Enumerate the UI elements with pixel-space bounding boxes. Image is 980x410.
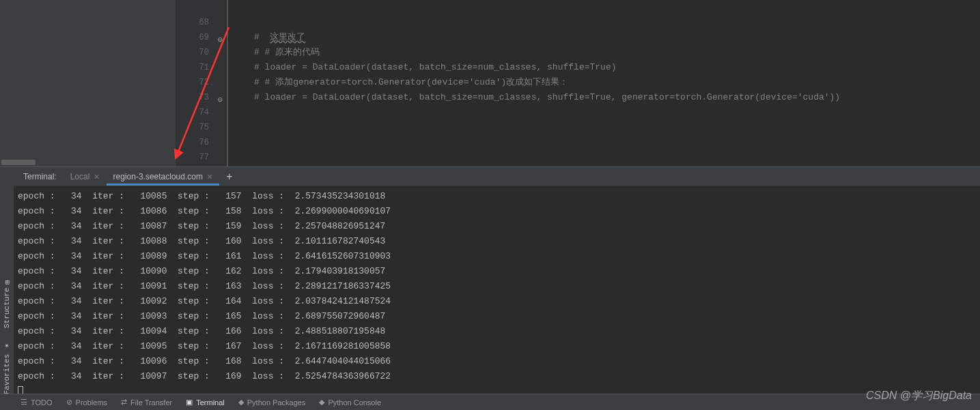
scrollbar[interactable]: [1, 160, 36, 165]
terminal-row: epoch : 34 iter : 10096 step : 168 loss …: [18, 354, 980, 369]
side-tab-label: Structure: [3, 287, 11, 327]
gutter-line: 74: [176, 105, 225, 120]
bottom-item-icon: ⊘: [66, 398, 72, 407]
side-tab-structure[interactable]: Structure⊞: [0, 273, 14, 335]
bottom-item-python-packages[interactable]: ◆Python Packages: [238, 398, 306, 407]
close-icon[interactable]: ×: [207, 171, 212, 182]
gutter-line: 75: [176, 120, 225, 135]
code-line[interactable]: # loader = DataLoader(dataset, batch_siz…: [254, 90, 980, 105]
terminal-tab-label: region-3.seetacloud.com: [113, 172, 203, 181]
code-line[interactable]: [254, 105, 980, 120]
bottom-item-label: Python Console: [328, 398, 381, 407]
fold-icon[interactable]: ⊖: [214, 93, 223, 101]
terminal-row: epoch : 34 iter : 10086 step : 158 loss …: [18, 204, 980, 219]
bottom-item-label: Problems: [76, 398, 107, 407]
bottom-item-icon: ▣: [186, 398, 193, 407]
bottom-item-label: TODO: [31, 398, 53, 407]
gutter-line: 68: [176, 15, 225, 30]
gutter-line: [176, 0, 225, 15]
gutter: 6869⊖70717273⊖74757677: [176, 0, 225, 166]
gutter-line: 77: [176, 150, 225, 165]
code-line[interactable]: [254, 135, 980, 150]
close-icon[interactable]: ×: [94, 171, 99, 182]
bottom-item-label: File Transfer: [130, 398, 172, 407]
terminal-row: epoch : 34 iter : 10090 step : 162 loss …: [18, 264, 980, 279]
side-tab-label: Favorites: [3, 354, 11, 394]
bottom-item-label: Terminal: [196, 398, 225, 407]
bottom-item-icon: ◆: [319, 398, 324, 407]
bottom-item-todo[interactable]: ☰TODO: [20, 398, 53, 407]
code-line[interactable]: # # 原来的代码: [254, 45, 980, 60]
code-line[interactable]: [254, 120, 980, 135]
terminal-add-button[interactable]: +: [219, 171, 239, 183]
side-tab-favorites[interactable]: Favorites★: [0, 335, 14, 401]
code-line[interactable]: # loader = DataLoader(dataset, batch_siz…: [254, 60, 980, 75]
code-line[interactable]: [254, 15, 980, 30]
bottom-item-icon: ☰: [20, 398, 27, 407]
terminal-panel: Structure⊞Favorites★ Terminal: Local×reg…: [0, 166, 980, 408]
terminal-row: epoch : 34 iter : 10088 step : 160 loss …: [18, 234, 980, 249]
gutter-line: 73⊖: [176, 90, 225, 105]
bottom-item-terminal[interactable]: ▣Terminal: [186, 398, 225, 407]
bottom-item-icon: ◆: [238, 398, 244, 407]
terminal-row: epoch : 34 iter : 10093 step : 165 loss …: [18, 309, 980, 324]
project-panel: [0, 0, 176, 166]
side-tabs: Structure⊞Favorites★: [0, 167, 14, 408]
terminal-row: epoch : 34 iter : 10095 step : 167 loss …: [18, 339, 980, 354]
terminal-output[interactable]: epoch : 34 iter : 10085 step : 157 loss …: [14, 186, 980, 399]
gutter-line: 69⊖: [176, 30, 225, 45]
bottom-item-python-console[interactable]: ◆Python Console: [319, 398, 381, 407]
gutter-line: 70: [176, 45, 225, 60]
terminal-row: epoch : 34 iter : 10087 step : 159 loss …: [18, 219, 980, 234]
terminal-main: Terminal: Local×region-3.seetacloud.com×…: [14, 167, 980, 408]
star-icon: ★: [3, 342, 12, 351]
code-line[interactable]: [254, 0, 980, 15]
bottom-toolbar: ☰TODO⊘Problems⇄File Transfer▣Terminal◆Py…: [0, 394, 980, 410]
gutter-line: 72: [176, 75, 225, 90]
terminal-tab[interactable]: region-3.seetacloud.com×: [107, 168, 220, 186]
terminal-row: epoch : 34 iter : 10091 step : 163 loss …: [18, 279, 980, 294]
code-line[interactable]: # # 添加generator=torch.Generator(device='…: [254, 75, 980, 90]
fold-icon[interactable]: ⊖: [214, 33, 223, 41]
bottom-item-file-transfer[interactable]: ⇄File Transfer: [121, 398, 172, 407]
terminal-row: epoch : 34 iter : 10094 step : 166 loss …: [18, 324, 980, 339]
terminal-tab[interactable]: Local×: [64, 168, 107, 186]
terminal-tabbar: Terminal: Local×region-3.seetacloud.com×…: [14, 167, 980, 186]
code-line[interactable]: [254, 150, 980, 165]
terminal-row: epoch : 34 iter : 10092 step : 164 loss …: [18, 294, 980, 309]
gutter-line: 76: [176, 135, 225, 150]
editor-wrapper: 6869⊖70717273⊖74757677 # 这里改了# # 原来的代码# …: [176, 0, 980, 166]
editor-area: 6869⊖70717273⊖74757677 # 这里改了# # 原来的代码# …: [0, 0, 980, 166]
gutter-line: 71: [176, 60, 225, 75]
bottom-item-label: Python Packages: [247, 398, 306, 407]
code-line[interactable]: # 这里改了: [254, 30, 980, 45]
bottom-item-icon: ⇄: [121, 398, 127, 407]
terminal-tab-label: Local: [70, 172, 90, 181]
bottom-item-problems[interactable]: ⊘Problems: [66, 398, 107, 407]
terminal-row: epoch : 34 iter : 10089 step : 161 loss …: [18, 249, 980, 264]
terminal-row: epoch : 34 iter : 10097 step : 169 loss …: [18, 369, 980, 384]
terminal-label: Terminal:: [20, 172, 64, 181]
structure-icon: ⊞: [3, 280, 12, 284]
editor-content[interactable]: # 这里改了# # 原来的代码# loader = DataLoader(dat…: [227, 0, 980, 166]
terminal-row: epoch : 34 iter : 10085 step : 157 loss …: [18, 189, 980, 204]
